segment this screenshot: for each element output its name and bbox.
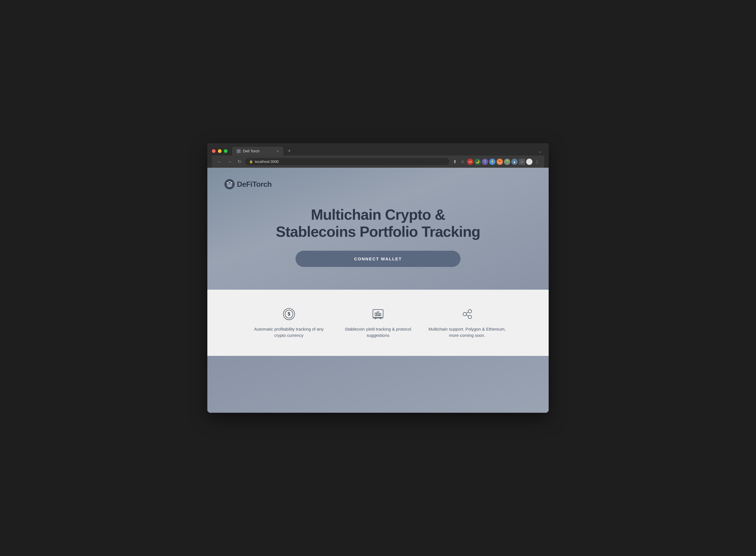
multichain-icon bbox=[460, 307, 474, 321]
svg-line-5 bbox=[375, 317, 376, 319]
svg-rect-3 bbox=[373, 310, 383, 317]
feature-profitability: $ Automatic profitability tracking of an… bbox=[250, 307, 328, 339]
hero-content: Multichain Crypto & Stablecoins Portfoli… bbox=[224, 206, 532, 267]
minimize-window-button[interactable] bbox=[218, 149, 222, 153]
svg-line-14 bbox=[466, 315, 469, 316]
tab-favicon: ⬡ bbox=[237, 149, 241, 153]
feature-stablecoin-text: Stablecoin yield tracking & protocol sug… bbox=[339, 326, 417, 339]
hero-title: Multichain Crypto & Stablecoins Portfoli… bbox=[236, 206, 520, 241]
browser-tab-bar: ⬡ Defi Torch × + ⌄ bbox=[212, 147, 544, 155]
refresh-button[interactable]: ↻ bbox=[236, 158, 243, 166]
hero-title-line1: Multichain Crypto & bbox=[311, 206, 445, 223]
tab-title: Defi Torch bbox=[243, 149, 259, 153]
logo-icon bbox=[224, 179, 235, 189]
svg-rect-8 bbox=[377, 312, 379, 316]
profitability-icon: $ bbox=[282, 307, 296, 321]
stablecoin-icon bbox=[371, 307, 385, 321]
logo-text: DeFiTorch bbox=[237, 180, 272, 189]
svg-line-13 bbox=[466, 312, 469, 313]
browser-window: ⬡ Defi Torch × + ⌄ ← → ↻ 🔒 localhost:300… bbox=[207, 143, 549, 413]
svg-rect-9 bbox=[380, 314, 381, 316]
feature-profitability-text: Automatic profitability tracking of any … bbox=[250, 326, 328, 339]
features-section: $ Automatic profitability tracking of an… bbox=[207, 290, 549, 356]
hero-title-line2: Stablecoins Portfolio Tracking bbox=[276, 223, 480, 240]
browser-titlebar: ⬡ Defi Torch × + ⌄ ← → ↻ 🔒 localhost:300… bbox=[207, 143, 549, 168]
toolbar-actions: ⬆ ☆ ud 🌙 ▽ ⚡ 🦊 🧩 ▲ □ ⋮ bbox=[452, 158, 541, 166]
bookmark-button[interactable]: ☆ bbox=[459, 158, 466, 166]
extension-square[interactable]: □ bbox=[519, 159, 525, 165]
extension-dark[interactable]: 🌙 bbox=[474, 159, 481, 165]
maximize-window-button[interactable] bbox=[224, 149, 228, 153]
extension-meta[interactable]: ▽ bbox=[482, 159, 488, 165]
tab-expand-button[interactable]: ⌄ bbox=[538, 149, 544, 153]
svg-point-12 bbox=[468, 315, 471, 319]
tab-close-button[interactable]: × bbox=[277, 149, 279, 153]
site-logo: DeFiTorch bbox=[224, 179, 532, 189]
menu-button[interactable]: ⋮ bbox=[534, 158, 541, 166]
connect-wallet-button[interactable]: CONNECT WALLET bbox=[296, 251, 460, 267]
extension-blue[interactable]: ⚡ bbox=[489, 159, 495, 165]
svg-point-11 bbox=[468, 310, 471, 313]
extension-person[interactable]: ▲ bbox=[512, 159, 518, 165]
website-content: DeFiTorch Multichain Crypto & Stablecoin… bbox=[207, 168, 549, 413]
traffic-lights bbox=[212, 149, 228, 153]
close-window-button[interactable] bbox=[212, 149, 216, 153]
extension-puzzle[interactable]: 🧩 bbox=[504, 159, 510, 165]
forward-button[interactable]: → bbox=[226, 158, 233, 166]
svg-line-6 bbox=[380, 317, 381, 319]
svg-point-10 bbox=[463, 312, 466, 316]
feature-multichain: Multichain support. Polygon & Ethereum, … bbox=[428, 307, 506, 339]
svg-text:$: $ bbox=[288, 312, 290, 316]
back-button[interactable]: ← bbox=[215, 158, 223, 166]
feature-multichain-text: Multichain support. Polygon & Ethereum, … bbox=[428, 326, 506, 339]
extension-fox[interactable]: 🦊 bbox=[497, 159, 503, 165]
active-tab[interactable]: ⬡ Defi Torch × bbox=[232, 147, 283, 155]
bottom-section bbox=[207, 356, 549, 413]
extension-ud[interactable]: ud bbox=[467, 159, 473, 165]
features-grid: $ Automatic profitability tracking of an… bbox=[250, 307, 506, 339]
hero-section: DeFiTorch Multichain Crypto & Stablecoin… bbox=[207, 168, 549, 290]
share-button[interactable]: ⬆ bbox=[452, 158, 458, 166]
new-tab-button[interactable]: + bbox=[286, 148, 293, 154]
browser-toolbar: ← → ↻ 🔒 localhost:3000 ⬆ ☆ ud 🌙 ▽ ⚡ 🦊 🧩 … bbox=[212, 155, 544, 168]
address-bar[interactable]: 🔒 localhost:3000 bbox=[245, 158, 449, 165]
svg-rect-7 bbox=[375, 313, 376, 316]
feature-stablecoin: Stablecoin yield tracking & protocol sug… bbox=[339, 307, 417, 339]
security-icon: 🔒 bbox=[249, 160, 253, 164]
user-avatar[interactable] bbox=[526, 159, 532, 165]
url-text: localhost:3000 bbox=[255, 160, 279, 164]
